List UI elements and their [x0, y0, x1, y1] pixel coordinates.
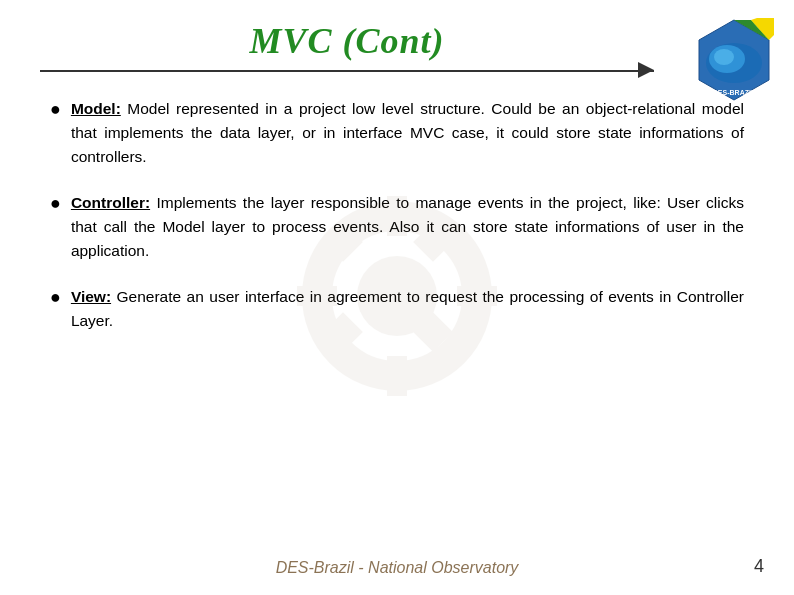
bullet-text-3: View: Generate an user interface in agre…: [71, 285, 744, 333]
arrow-icon: [638, 62, 654, 78]
bullet-1: ● Model: Model represented in a project …: [50, 97, 744, 169]
slide-header: MVC (Cont): [40, 20, 754, 62]
bullet-icon-2: ●: [50, 193, 61, 214]
footer-text: DES-Brazil - National Observatory: [276, 559, 519, 577]
page-number: 4: [754, 556, 764, 577]
bullet-label-3: View:: [71, 288, 111, 305]
slide-title: MVC (Cont): [249, 20, 444, 62]
slide: DES-BRAZIL MVC (Cont) ●: [0, 0, 794, 595]
bullet-label-2: Controller:: [71, 194, 150, 211]
bullet-icon-1: ●: [50, 99, 61, 120]
content-area: ● Model: Model represented in a project …: [40, 92, 754, 360]
svg-text:DES-BRAZIL: DES-BRAZIL: [713, 89, 756, 96]
footer: DES-Brazil - National Observatory: [0, 559, 794, 577]
bullet-text-2: Controller: Implements the layer respons…: [71, 191, 744, 263]
bullet-label-1: Model:: [71, 100, 121, 117]
bullet-3: ● View: Generate an user interface in ag…: [50, 285, 744, 333]
svg-rect-11: [387, 356, 407, 396]
divider: [40, 70, 754, 72]
bullet-text-1: Model: Model represented in a project lo…: [71, 97, 744, 169]
bullet-icon-3: ●: [50, 287, 61, 308]
bullet-2: ● Controller: Implements the layer respo…: [50, 191, 744, 263]
